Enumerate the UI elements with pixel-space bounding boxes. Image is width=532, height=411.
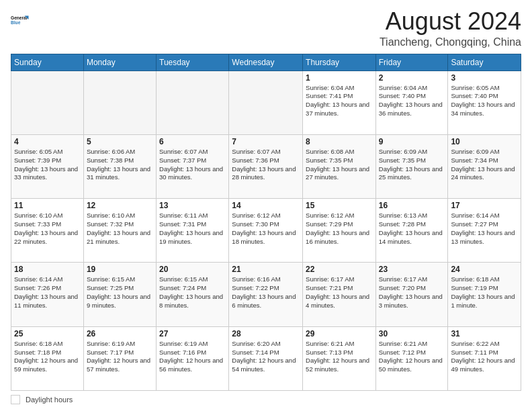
calendar-cell: 24Sunrise: 6:18 AM Sunset: 7:19 PM Dayli… [448, 263, 521, 326]
calendar-cell [157, 71, 229, 134]
day-number: 25 [14, 329, 81, 338]
dow-header: Tuesday [157, 54, 229, 71]
day-info: Sunrise: 6:20 AM Sunset: 7:14 PM Dayligh… [232, 340, 300, 374]
day-number: 29 [306, 329, 373, 338]
calendar-cell: 10Sunrise: 6:09 AM Sunset: 7:34 PM Dayli… [448, 134, 521, 198]
day-info: Sunrise: 6:22 AM Sunset: 7:11 PM Dayligh… [451, 340, 518, 374]
day-number: 9 [379, 137, 445, 146]
day-info: Sunrise: 6:10 AM Sunset: 7:33 PM Dayligh… [14, 212, 81, 246]
day-info: Sunrise: 6:15 AM Sunset: 7:24 PM Dayligh… [159, 275, 226, 310]
day-info: Sunrise: 6:14 AM Sunset: 7:26 PM Dayligh… [14, 275, 81, 310]
day-info: Sunrise: 6:17 AM Sunset: 7:20 PM Dayligh… [379, 275, 445, 310]
calendar-cell: 29Sunrise: 6:21 AM Sunset: 7:13 PM Dayli… [303, 326, 376, 390]
calendar-cell: 23Sunrise: 6:17 AM Sunset: 7:20 PM Dayli… [375, 263, 448, 326]
logo: GeneralBlue [11, 11, 30, 30]
day-info: Sunrise: 6:12 AM Sunset: 7:29 PM Dayligh… [306, 212, 373, 246]
day-info: Sunrise: 6:13 AM Sunset: 7:28 PM Dayligh… [379, 212, 445, 246]
day-number: 19 [87, 265, 153, 274]
day-number: 16 [379, 201, 445, 210]
day-number: 2 [379, 73, 445, 83]
day-number: 8 [306, 137, 373, 146]
day-info: Sunrise: 6:12 AM Sunset: 7:30 PM Dayligh… [232, 212, 300, 246]
calendar-cell: 3Sunrise: 6:05 AM Sunset: 7:40 PM Daylig… [448, 71, 521, 134]
calendar-cell: 30Sunrise: 6:21 AM Sunset: 7:12 PM Dayli… [375, 326, 448, 390]
day-info: Sunrise: 6:18 AM Sunset: 7:18 PM Dayligh… [14, 340, 81, 374]
calendar-cell: 11Sunrise: 6:10 AM Sunset: 7:33 PM Dayli… [11, 199, 84, 263]
calendar-week-row: 18Sunrise: 6:14 AM Sunset: 7:26 PM Dayli… [11, 263, 521, 326]
day-info: Sunrise: 6:07 AM Sunset: 7:37 PM Dayligh… [159, 148, 226, 182]
day-number: 28 [232, 329, 300, 338]
day-info: Sunrise: 6:05 AM Sunset: 7:39 PM Dayligh… [14, 148, 81, 182]
day-info: Sunrise: 6:06 AM Sunset: 7:38 PM Dayligh… [87, 148, 153, 182]
day-number: 4 [14, 137, 81, 146]
legend-label: Daylight hours [26, 396, 73, 404]
day-info: Sunrise: 6:17 AM Sunset: 7:21 PM Dayligh… [306, 275, 373, 310]
calendar-cell: 2Sunrise: 6:04 AM Sunset: 7:40 PM Daylig… [375, 71, 448, 134]
day-info: Sunrise: 6:04 AM Sunset: 7:41 PM Dayligh… [306, 84, 373, 118]
day-info: Sunrise: 6:07 AM Sunset: 7:36 PM Dayligh… [232, 148, 300, 182]
dow-header: Sunday [11, 54, 84, 71]
calendar-cell: 26Sunrise: 6:19 AM Sunset: 7:17 PM Dayli… [83, 326, 156, 390]
day-info: Sunrise: 6:15 AM Sunset: 7:25 PM Dayligh… [87, 275, 153, 310]
day-info: Sunrise: 6:05 AM Sunset: 7:40 PM Dayligh… [451, 84, 518, 118]
day-info: Sunrise: 6:14 AM Sunset: 7:27 PM Dayligh… [451, 212, 518, 246]
day-number: 6 [159, 137, 226, 146]
day-number: 11 [14, 201, 81, 210]
day-number: 17 [451, 201, 518, 210]
day-number: 5 [87, 137, 153, 146]
day-number: 20 [159, 265, 226, 274]
calendar-cell [11, 71, 84, 134]
calendar-cell: 31Sunrise: 6:22 AM Sunset: 7:11 PM Dayli… [448, 326, 521, 390]
day-info: Sunrise: 6:21 AM Sunset: 7:13 PM Dayligh… [306, 340, 373, 374]
day-info: Sunrise: 6:08 AM Sunset: 7:35 PM Dayligh… [306, 148, 373, 182]
calendar-cell: 19Sunrise: 6:15 AM Sunset: 7:25 PM Dayli… [83, 263, 156, 326]
day-info: Sunrise: 6:19 AM Sunset: 7:16 PM Dayligh… [159, 340, 226, 374]
day-number: 10 [451, 137, 518, 146]
calendar-cell: 4Sunrise: 6:05 AM Sunset: 7:39 PM Daylig… [11, 134, 84, 198]
calendar-cell: 9Sunrise: 6:09 AM Sunset: 7:35 PM Daylig… [375, 134, 448, 198]
day-number: 26 [87, 329, 153, 338]
page-header: GeneralBlue August 2024 Tiancheng, Chong… [11, 8, 521, 48]
day-info: Sunrise: 6:16 AM Sunset: 7:22 PM Dayligh… [232, 275, 300, 310]
calendar-cell: 15Sunrise: 6:12 AM Sunset: 7:29 PM Dayli… [303, 199, 376, 263]
day-number: 22 [306, 265, 373, 274]
day-info: Sunrise: 6:09 AM Sunset: 7:34 PM Dayligh… [451, 148, 518, 182]
day-number: 31 [451, 329, 518, 338]
day-number: 15 [306, 201, 373, 210]
calendar-week-row: 25Sunrise: 6:18 AM Sunset: 7:18 PM Dayli… [11, 326, 521, 390]
calendar-week-row: 11Sunrise: 6:10 AM Sunset: 7:33 PM Dayli… [11, 199, 521, 263]
title-block: August 2024 Tiancheng, Chongqing, China [380, 8, 521, 48]
calendar-cell: 7Sunrise: 6:07 AM Sunset: 7:36 PM Daylig… [229, 134, 303, 198]
day-number: 12 [87, 201, 153, 210]
main-title: August 2024 [380, 8, 521, 35]
calendar-cell: 28Sunrise: 6:20 AM Sunset: 7:14 PM Dayli… [229, 326, 303, 390]
day-number: 24 [451, 265, 518, 274]
day-number: 7 [232, 137, 300, 146]
calendar-cell: 20Sunrise: 6:15 AM Sunset: 7:24 PM Dayli… [157, 263, 229, 326]
calendar-cell: 6Sunrise: 6:07 AM Sunset: 7:37 PM Daylig… [157, 134, 229, 198]
day-info: Sunrise: 6:09 AM Sunset: 7:35 PM Dayligh… [379, 148, 445, 182]
day-number: 1 [306, 73, 373, 83]
subtitle: Tiancheng, Chongqing, China [380, 36, 521, 48]
calendar-cell: 22Sunrise: 6:17 AM Sunset: 7:21 PM Dayli… [303, 263, 376, 326]
calendar-week-row: 4Sunrise: 6:05 AM Sunset: 7:39 PM Daylig… [11, 134, 521, 198]
calendar-week-row: 1Sunrise: 6:04 AM Sunset: 7:41 PM Daylig… [11, 71, 521, 134]
day-info: Sunrise: 6:04 AM Sunset: 7:40 PM Dayligh… [379, 84, 445, 118]
calendar-table: SundayMondayTuesdayWednesdayThursdayFrid… [11, 54, 521, 391]
calendar-cell: 13Sunrise: 6:11 AM Sunset: 7:31 PM Dayli… [157, 199, 229, 263]
dow-header: Wednesday [229, 54, 303, 71]
footer: Daylight hours [11, 395, 521, 404]
calendar-cell: 14Sunrise: 6:12 AM Sunset: 7:30 PM Dayli… [229, 199, 303, 263]
day-number: 18 [14, 265, 81, 274]
day-number: 3 [451, 73, 518, 83]
calendar-cell: 25Sunrise: 6:18 AM Sunset: 7:18 PM Dayli… [11, 326, 84, 390]
dow-header: Monday [83, 54, 156, 71]
calendar-cell: 21Sunrise: 6:16 AM Sunset: 7:22 PM Dayli… [229, 263, 303, 326]
day-info: Sunrise: 6:10 AM Sunset: 7:32 PM Dayligh… [87, 212, 153, 246]
svg-text:Blue: Blue [11, 20, 21, 25]
calendar-cell: 12Sunrise: 6:10 AM Sunset: 7:32 PM Dayli… [83, 199, 156, 263]
dow-header: Thursday [303, 54, 376, 71]
day-number: 14 [232, 201, 300, 210]
day-number: 27 [159, 329, 226, 338]
calendar-cell: 27Sunrise: 6:19 AM Sunset: 7:16 PM Dayli… [157, 326, 229, 390]
